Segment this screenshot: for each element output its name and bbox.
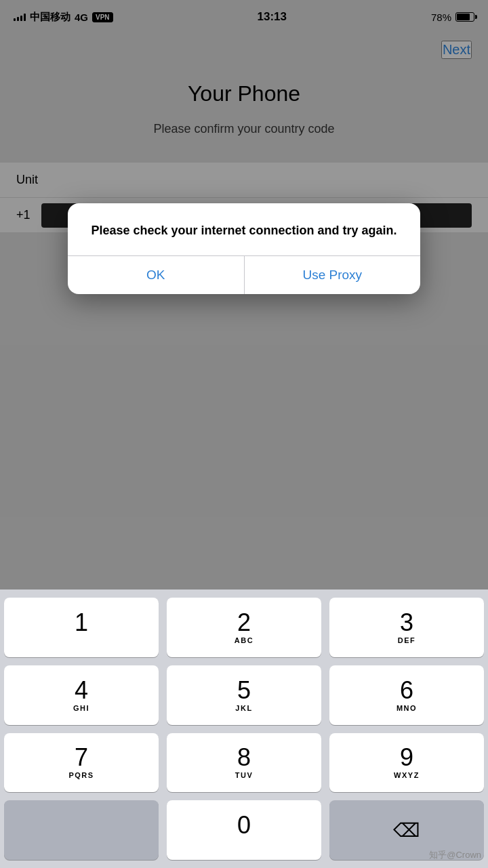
dialog-overlay: Please check your internet connection an… bbox=[0, 0, 488, 590]
key-number-label: 7 bbox=[75, 745, 88, 770]
key-number-label: 4 bbox=[75, 678, 88, 703]
dialog-buttons: OK Use Proxy bbox=[68, 256, 420, 294]
key-number-label: 0 bbox=[237, 813, 251, 838]
key-number-label: 5 bbox=[237, 678, 251, 703]
key-letters-label: JKL bbox=[235, 704, 252, 712]
alert-dialog: Please check your internet connection an… bbox=[68, 203, 420, 294]
key-5[interactable]: 5JKL bbox=[167, 665, 321, 725]
key-letters-label: PQRS bbox=[68, 771, 94, 779]
key-number-label: 9 bbox=[400, 745, 413, 770]
key-number-label: 1 bbox=[75, 611, 88, 635]
key-3[interactable]: 3DEF bbox=[329, 598, 484, 657]
key-empty[interactable] bbox=[4, 800, 159, 860]
key-4[interactable]: 4GHI bbox=[4, 665, 159, 725]
use-proxy-button[interactable]: Use Proxy bbox=[245, 256, 421, 294]
ok-button[interactable]: OK bbox=[68, 256, 245, 294]
key-8[interactable]: 8TUV bbox=[167, 733, 321, 793]
key-2[interactable]: 2ABC bbox=[167, 598, 321, 657]
key-letters-label: DEF bbox=[398, 636, 416, 644]
key-letters-label: ABC bbox=[235, 636, 253, 644]
key-7[interactable]: 7PQRS bbox=[4, 733, 159, 793]
key-1[interactable]: 1X bbox=[4, 598, 159, 657]
key-6[interactable]: 6MNO bbox=[329, 665, 484, 725]
watermark: 知乎@Crown bbox=[429, 849, 481, 861]
key-0[interactable]: 0X bbox=[167, 800, 321, 860]
key-letters-label: MNO bbox=[396, 704, 417, 712]
key-letters-label: WXYZ bbox=[394, 771, 420, 779]
key-number-label: 2 bbox=[237, 611, 251, 635]
key-number-label: 6 bbox=[400, 678, 413, 703]
keyboard: 1X2ABC3DEF4GHI5JKL6MNO7PQRS8TUV9WXYZ0X⌫ bbox=[0, 590, 488, 868]
key-number-label: 3 bbox=[400, 611, 413, 635]
dialog-message: Please check your internet connection an… bbox=[68, 203, 420, 255]
backspace-icon: ⌫ bbox=[393, 819, 420, 842]
key-number-label: 8 bbox=[237, 745, 251, 770]
key-9[interactable]: 9WXYZ bbox=[329, 733, 484, 793]
key-letters-label: GHI bbox=[73, 704, 89, 712]
key-letters-label: TUV bbox=[235, 771, 253, 779]
